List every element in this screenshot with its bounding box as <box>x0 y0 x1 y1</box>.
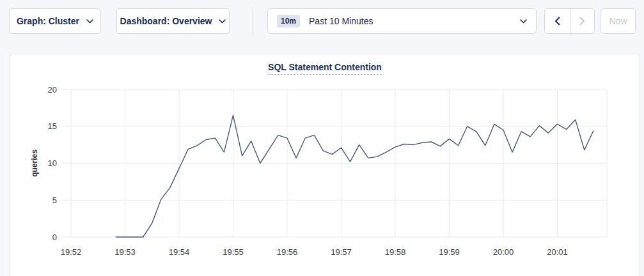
svg-text:20:00: 20:00 <box>493 247 514 257</box>
svg-text:queries: queries <box>30 150 39 177</box>
svg-text:19:53: 19:53 <box>114 247 136 257</box>
chevron-down-icon <box>86 19 93 24</box>
svg-text:19:55: 19:55 <box>223 247 244 257</box>
chevron-down-icon <box>219 19 226 24</box>
svg-text:19:57: 19:57 <box>331 247 352 257</box>
svg-text:19:54: 19:54 <box>169 247 190 257</box>
svg-text:10: 10 <box>48 158 57 168</box>
svg-text:20:01: 20:01 <box>547 247 568 257</box>
svg-text:15: 15 <box>48 121 57 131</box>
svg-text:19:58: 19:58 <box>385 247 406 257</box>
svg-text:19:52: 19:52 <box>61 247 82 257</box>
next-time-window-button[interactable] <box>570 9 595 33</box>
time-step-buttons <box>544 8 595 34</box>
chart-card: SQL Statement Contention 0510152019:5219… <box>10 54 640 276</box>
previous-time-window-button[interactable] <box>545 9 570 33</box>
time-range-label: Past 10 Minutes <box>309 16 373 26</box>
svg-text:5: 5 <box>52 195 57 205</box>
chart-title[interactable]: SQL Statement Contention <box>268 62 382 75</box>
svg-text:19:56: 19:56 <box>277 247 298 257</box>
svg-text:20: 20 <box>48 85 57 95</box>
toolbar-divider <box>253 7 253 36</box>
now-button-label: Now <box>609 16 627 26</box>
chart-title-row: SQL Statement Contention <box>10 54 640 72</box>
chevron-right-icon <box>579 17 585 26</box>
graph-dropdown[interactable]: Graph: Cluster <box>9 8 101 34</box>
time-window-badge: 10m <box>277 15 300 27</box>
time-range-selector[interactable]: 10m Past 10 Minutes <box>267 8 537 34</box>
svg-text:0: 0 <box>52 233 57 242</box>
dashboard-dropdown[interactable]: Dashboard: Overview <box>116 8 230 34</box>
graph-dropdown-label: Graph: Cluster <box>17 16 79 26</box>
now-button[interactable]: Now <box>601 8 636 34</box>
chevron-down-icon <box>520 19 527 24</box>
svg-text:19:59: 19:59 <box>439 247 460 257</box>
contention-chart[interactable]: 0510152019:5219:5319:5419:5519:5619:5719… <box>10 73 640 264</box>
dashboard-dropdown-label: Dashboard: Overview <box>120 16 212 26</box>
chevron-left-icon <box>554 17 560 26</box>
